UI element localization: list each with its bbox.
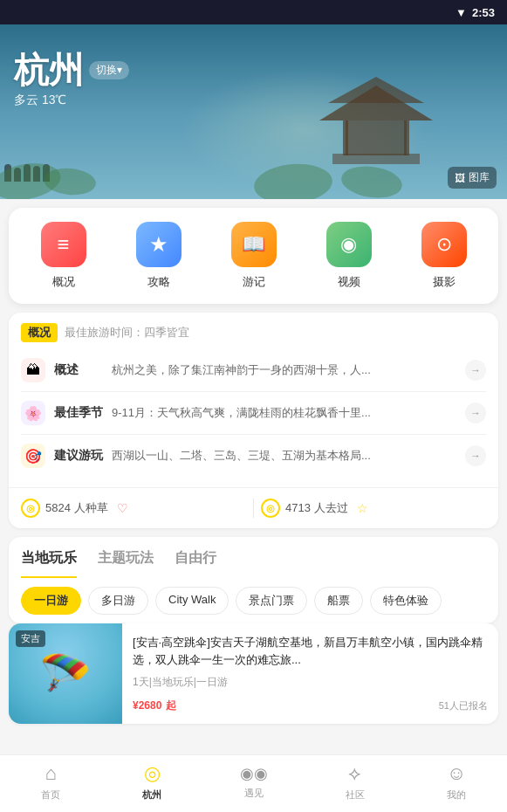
chip-day1[interactable]: 一日游 xyxy=(21,587,81,615)
gallery-icon: 🖼 xyxy=(455,172,465,184)
home-label: 首页 xyxy=(41,788,60,802)
price-unit: 起 xyxy=(166,699,176,712)
status-time: 2:53 xyxy=(472,6,495,19)
hero-section: 杭州 切换 ▾ 多云 13℃ 🖼 图库 xyxy=(0,24,507,199)
overview-section: 概况 最佳旅游时间：四季皆宜 🏔 概述 杭州之美，除了集江南神韵于一身的西湖十景… xyxy=(9,313,498,528)
community-label: 社区 xyxy=(346,788,365,802)
nav-tab-hangzhou[interactable]: ◎ 杭州 xyxy=(101,762,202,802)
quick-nav: ≡ 概况 ★ 攻略 📖 游记 ◉ 视频 ⊙ 摄影 xyxy=(9,208,498,304)
overview-row-season[interactable]: 🌸 最佳季节 9-11月：天气秋高气爽，满陇桂雨的桂花飘香十里... → xyxy=(21,392,486,435)
video-icon: ◉ xyxy=(326,222,372,267)
heart-icon: ♡ xyxy=(117,501,128,515)
city-name: 杭州 xyxy=(14,52,84,87)
stat-coin-visited: ◎ xyxy=(261,499,280,518)
row-title-suggest: 建议游玩 xyxy=(54,448,103,464)
row-arrow-suggest: → xyxy=(465,445,486,466)
stats-row: ◎ 5824 人种草 ♡ ◎ 4713 人去过 ☆ xyxy=(9,487,498,528)
guide-label: 攻略 xyxy=(147,274,170,290)
row-arrow-season: → xyxy=(465,403,486,423)
row-title-summary: 概述 xyxy=(54,362,103,378)
stat-divider xyxy=(253,499,254,518)
stat-coin-wantgo: ◎ xyxy=(21,499,40,518)
row-icon-season: 🌸 xyxy=(21,401,45,425)
card-image: 🪂 安吉 xyxy=(9,623,122,724)
gallery-button[interactable]: 🖼 图库 xyxy=(448,167,497,189)
diary-icon: 📖 xyxy=(231,222,277,267)
switch-arrow: ▾ xyxy=(117,64,122,76)
status-bar: ▼ 2:53 xyxy=(0,0,507,24)
weather-info: 多云 13℃ xyxy=(14,93,129,108)
nav-item-diary[interactable]: 📖 游记 xyxy=(231,222,277,290)
weather-temp: 13℃ xyxy=(42,93,67,107)
home-icon: ⌂ xyxy=(45,762,56,785)
nav-tab-encounter[interactable]: ◉◉ 遇见 xyxy=(202,764,304,800)
stat-count-wantgo: 5824 人种草 xyxy=(45,500,108,516)
row-desc-season: 9-11月：天气秋高气爽，满陇桂雨的桂花飘香十里... xyxy=(112,405,456,421)
row-arrow-summary: → xyxy=(465,360,486,381)
gallery-label: 图库 xyxy=(469,170,490,185)
row-icon-summary: 🏔 xyxy=(21,358,45,382)
row-title-season: 最佳季节 xyxy=(54,405,103,421)
chip-citywalk[interactable]: City Walk xyxy=(155,587,229,615)
stat-visited[interactable]: ◎ 4713 人去过 ☆ xyxy=(261,499,486,518)
nav-tab-home[interactable]: ⌂ 首页 xyxy=(0,762,101,802)
nav-tab-community[interactable]: ⟡ 社区 xyxy=(305,762,406,802)
chip-special[interactable]: 特色体验 xyxy=(370,587,442,615)
row-desc-suggest: 西湖以一山、二塔、三岛、三堤、五湖为基本格局... xyxy=(112,448,456,464)
mine-label: 我的 xyxy=(447,788,466,802)
hangzhou-label: 杭州 xyxy=(142,788,161,802)
overview-row-summary[interactable]: 🏔 概述 杭州之美，除了集江南神韵于一身的西湖十景，人... → xyxy=(21,349,486,392)
tab-section: 当地玩乐 主题玩法 自由行 一日游 多日游 City Walk 景点门票 船票 … xyxy=(9,537,498,623)
nav-item-overview[interactable]: ≡ 概况 xyxy=(41,222,86,290)
main-tabs: 当地玩乐 主题玩法 自由行 xyxy=(9,537,498,578)
stat-want-go[interactable]: ◎ 5824 人种草 ♡ xyxy=(21,499,246,518)
bottom-nav: ⌂ 首页 ◎ 杭州 ◉◉ 遇见 ⟡ 社区 ☺ 我的 xyxy=(0,754,507,812)
chip-tickets[interactable]: 景点门票 xyxy=(236,587,307,615)
card-signup-count: 51人已报名 xyxy=(439,699,488,712)
card-price: ¥2680 起 xyxy=(133,697,176,713)
nav-item-guide[interactable]: ★ 攻略 xyxy=(136,222,182,290)
nav-item-video[interactable]: ◉ 视频 xyxy=(326,222,372,290)
card-title: [安吉·高空跳伞]安吉天子湖航空基地，新昌万丰航空小镇，国内跳伞精选，双人跳伞一… xyxy=(133,634,488,668)
video-label: 视频 xyxy=(338,274,360,290)
weather-condition: 多云 xyxy=(14,93,38,107)
nav-tab-mine[interactable]: ☺ 我的 xyxy=(406,762,507,802)
nav-item-photo[interactable]: ⊙ 摄影 xyxy=(421,222,467,290)
photo-label: 摄影 xyxy=(433,274,456,290)
section-badge: 概况 xyxy=(21,323,58,342)
star-icon: ☆ xyxy=(357,501,368,515)
card-location-tag: 安吉 xyxy=(16,630,45,647)
tab-free[interactable]: 自由行 xyxy=(175,549,216,578)
encounter-label: 遇见 xyxy=(244,787,264,800)
mine-icon: ☺ xyxy=(447,762,466,785)
section-subtitle: 最佳旅游时间：四季皆宜 xyxy=(65,325,189,341)
activity-card[interactable]: 🪂 安吉 [安吉·高空跳伞]安吉天子湖航空基地，新昌万丰航空小镇，国内跳伞精选，… xyxy=(9,623,498,724)
row-icon-suggest: 🎯 xyxy=(21,444,45,468)
switch-label: 切换 xyxy=(96,63,117,78)
hangzhou-icon: ◎ xyxy=(144,762,161,785)
encounter-icon: ◉◉ xyxy=(240,764,268,783)
card-price-row: ¥2680 起 51人已报名 xyxy=(133,697,488,713)
stat-count-visited: 4713 人去过 xyxy=(285,500,348,516)
overview-row-suggest[interactable]: 🎯 建议游玩 西湖以一山、二塔、三岛、三堤、五湖为基本格局... → xyxy=(21,435,486,477)
diary-label: 游记 xyxy=(243,274,265,290)
photo-icon: ⊙ xyxy=(421,222,467,267)
card-body: [安吉·高空跳伞]安吉天子湖航空基地，新昌万丰航空小镇，国内跳伞精选，双人跳伞一… xyxy=(122,623,498,724)
card-meta: 1天|当地玩乐|一日游 xyxy=(133,675,488,690)
community-icon: ⟡ xyxy=(348,762,361,785)
city-switch-button[interactable]: 切换 ▾ xyxy=(89,61,129,79)
hero-city-info: 杭州 切换 ▾ 多云 13℃ xyxy=(14,52,129,108)
tab-local[interactable]: 当地玩乐 xyxy=(21,549,77,578)
filter-chips: 一日游 多日游 City Walk 景点门票 船票 特色体验 xyxy=(9,578,498,623)
lotus-decoration xyxy=(0,155,507,199)
overview-label: 概况 xyxy=(52,274,75,290)
overview-icon: ≡ xyxy=(41,222,86,267)
guide-icon: ★ xyxy=(136,222,182,267)
section-header: 概况 最佳旅游时间：四季皆宜 xyxy=(9,313,498,349)
row-desc-summary: 杭州之美，除了集江南神韵于一身的西湖十景，人... xyxy=(112,362,456,378)
chip-boat[interactable]: 船票 xyxy=(314,587,363,615)
overview-rows: 🏔 概述 杭州之美，除了集江南神韵于一身的西湖十景，人... → 🌸 最佳季节 … xyxy=(9,349,498,487)
chip-multiday[interactable]: 多日游 xyxy=(88,587,148,615)
wifi-icon: ▼ xyxy=(456,6,467,19)
tab-theme[interactable]: 主题玩法 xyxy=(98,549,154,578)
